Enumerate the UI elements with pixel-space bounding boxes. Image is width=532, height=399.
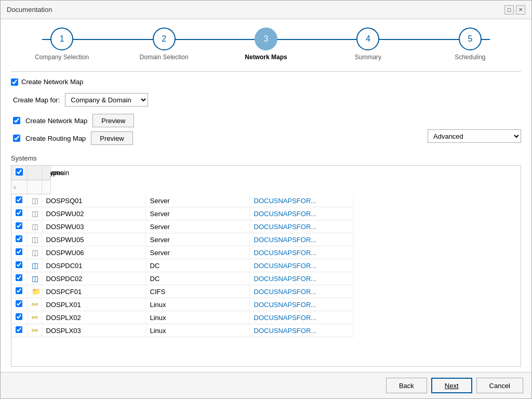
title-bar: Documentation ◻ ✕ [1, 1, 531, 19]
row-checkbox[interactable] [16, 313, 22, 320]
row-type: Server [145, 246, 249, 259]
row-type: Linux [145, 298, 249, 311]
row-domain: DOCUSNAPSFOR... [249, 259, 353, 272]
step-5-label: Scheduling [455, 54, 485, 61]
create-network-map-checkbox[interactable] [11, 78, 18, 86]
network-map-checkbox[interactable] [13, 117, 20, 124]
restore-button[interactable]: ◻ [504, 5, 514, 15]
systems-table-header: Name Type Domain ▿ [11, 166, 521, 194]
row-icon: ⚯ [27, 298, 42, 311]
row-name: DOSPLX02 [42, 311, 145, 324]
close-button[interactable]: ✕ [516, 5, 525, 15]
create-map-for-label: Create Map for: [13, 96, 60, 104]
step-1-label: Company Selection [35, 54, 89, 61]
row-checkbox[interactable] [16, 235, 22, 242]
footer: Back Next Cancel [1, 372, 531, 398]
create-map-for-row: Create Map for: Company & Domain Company… [13, 93, 521, 107]
back-button[interactable]: Back [386, 378, 427, 393]
table-row: ◫ DOSPDC02 DC DOCUSNAPSFOR... [11, 272, 354, 285]
row-domain: DOCUSNAPSFOR... [249, 285, 353, 298]
row-name: DOSPCF01 [42, 285, 145, 298]
row-type: Server [145, 220, 249, 233]
create-map-for-select[interactable]: Company & Domain Company Domain [65, 93, 148, 107]
wizard-steps: 1 Company Selection 2 Domain Selection 3… [11, 28, 521, 61]
step-5[interactable]: 5 Scheduling [419, 28, 521, 61]
row-checkbox[interactable] [16, 326, 22, 333]
step-2-circle: 2 [153, 28, 176, 50]
row-type: Server [145, 233, 249, 246]
table-row: ⚯ DOSPLX03 Linux DOCUSNAPSFOR... [11, 324, 354, 337]
select-all-checkbox[interactable] [16, 168, 23, 176]
row-icon: ◫ [27, 259, 42, 272]
row-name: DOSPWU05 [42, 233, 145, 246]
row-domain: DOCUSNAPSFOR... [249, 233, 353, 246]
row-domain: DOCUSNAPSFOR... [249, 298, 353, 311]
table-row: ◫ DOSPWU06 Server DOCUSNAPSFOR... [11, 246, 354, 259]
row-checkbox[interactable] [16, 196, 22, 203]
table-filter-row: ▿ [11, 180, 50, 194]
step-1-circle: 1 [50, 28, 73, 50]
window-controls: ◻ ✕ [504, 5, 525, 15]
row-name: DOSPWU06 [42, 246, 145, 259]
step-3-label: Network Maps [245, 54, 287, 61]
row-type: CIFS [145, 285, 249, 298]
step-3-circle: 3 [255, 28, 277, 50]
cancel-button[interactable]: Cancel [476, 378, 523, 393]
table-row: ◫ DOSPDC01 DC DOCUSNAPSFOR... [11, 259, 354, 272]
row-domain: DOCUSNAPSFOR... [249, 207, 353, 220]
table-row: ◫ DOSPWU05 Server DOCUSNAPSFOR... [11, 233, 354, 246]
table-scroll-area[interactable]: ◫ DOSPSQ01 Server DOCUSNAPSFOR... ◫ DOSP… [11, 194, 521, 366]
table-row: ◫ DOSPWU03 Server DOCUSNAPSFOR... [11, 220, 354, 233]
routing-map-checkbox[interactable] [13, 135, 20, 142]
network-map-option-row: Create Network Map Preview [13, 114, 521, 127]
row-name: DOSPSQ01 [42, 194, 145, 207]
step-4-circle: 4 [356, 28, 379, 50]
row-type: Linux [145, 324, 249, 337]
row-checkbox[interactable] [16, 222, 22, 229]
table-row: 📁 DOSPCF01 CIFS DOCUSNAPSFOR... [11, 285, 354, 298]
next-button[interactable]: Next [431, 378, 472, 393]
table-row: ◫ DOSPSQ01 Server DOCUSNAPSFOR... [11, 194, 354, 207]
step-2-label: Domain Selection [140, 54, 189, 61]
row-type: Server [145, 194, 249, 207]
row-domain: DOCUSNAPSFOR... [249, 324, 353, 337]
form-section: Create Network Map Create Map for: Compa… [11, 71, 521, 154]
row-checkbox[interactable] [16, 274, 22, 281]
row-checkbox[interactable] [16, 209, 22, 216]
network-map-option-label: Create Network Map [25, 117, 87, 125]
content-area: 1 Company Selection 2 Domain Selection 3… [1, 19, 531, 372]
row-name: DOSPLX01 [42, 298, 145, 311]
row-domain: DOCUSNAPSFOR... [249, 272, 353, 285]
row-icon: ⚯ [27, 324, 42, 337]
row-name: DOSPWU02 [42, 207, 145, 220]
row-domain: DOCUSNAPSFOR... [249, 220, 353, 233]
row-domain: DOCUSNAPSFOR... [249, 311, 353, 324]
row-icon: ⚯ [27, 311, 42, 324]
row-name: DOSPLX03 [42, 324, 145, 337]
step-1[interactable]: 1 Company Selection [11, 28, 113, 61]
row-icon: ◫ [27, 246, 42, 259]
row-name: DOSPWU03 [42, 220, 145, 233]
row-type: Linux [145, 311, 249, 324]
options-rows: Create Network Map Preview Create Routin… [11, 114, 521, 149]
row-name: DOSPDC01 [42, 259, 145, 272]
row-checkbox[interactable] [16, 261, 22, 268]
network-map-preview-button[interactable]: Preview [92, 114, 134, 127]
routing-map-preview-button[interactable]: Preview [91, 131, 132, 145]
row-checkbox[interactable] [16, 248, 22, 255]
row-checkbox[interactable] [16, 300, 22, 307]
create-network-map-label: Create Network Map [21, 78, 83, 86]
table-row: ⚯ DOSPLX02 Linux DOCUSNAPSFOR... [11, 311, 354, 324]
row-domain: DOCUSNAPSFOR... [249, 246, 353, 259]
step-2[interactable]: 2 Domain Selection [113, 28, 215, 61]
routing-map-option-row: Create Routing Map Preview [13, 131, 133, 145]
systems-label: Systems [11, 154, 521, 162]
row-icon: ◫ [27, 194, 42, 207]
row-icon: ◫ [27, 233, 42, 246]
main-window: Documentation ◻ ✕ 1 Company Selection 2 … [0, 0, 532, 399]
step-3[interactable]: 3 Network Maps [215, 28, 317, 61]
routing-map-option-label: Create Routing Map [25, 135, 86, 142]
row-checkbox[interactable] [16, 287, 22, 294]
step-4[interactable]: 4 Summary [317, 28, 419, 61]
advanced-select[interactable]: Advanced [428, 129, 521, 143]
